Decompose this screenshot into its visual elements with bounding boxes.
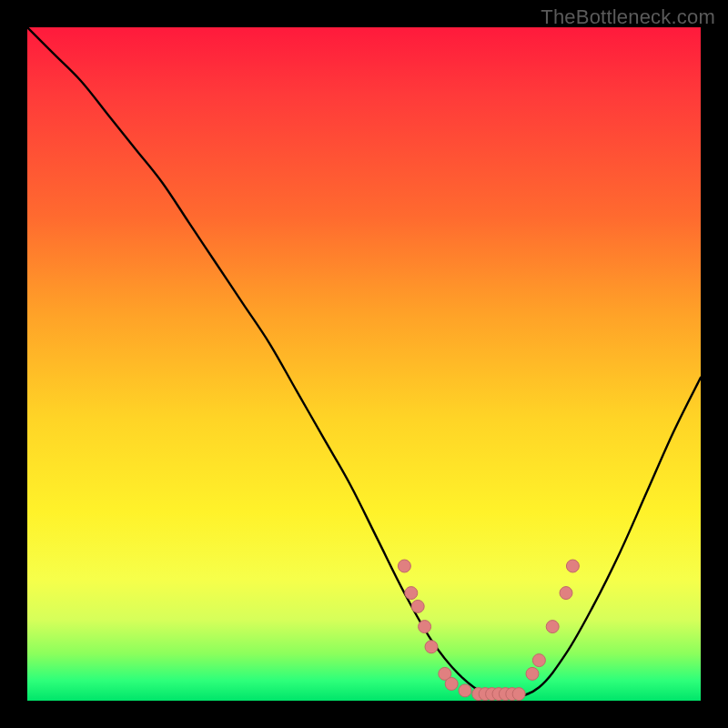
chart-stage: TheBottleneck.com — [0, 0, 728, 728]
curve-marker — [411, 600, 424, 612]
curve-marker — [526, 667, 539, 680]
curve-marker — [398, 560, 410, 572]
curve-marker — [546, 621, 559, 633]
curve-marker — [512, 688, 525, 701]
curve-marker — [566, 560, 579, 572]
curve-marker — [405, 587, 418, 600]
chart-overlay — [27, 27, 701, 701]
watermark-text: TheBottleneck.com — [541, 5, 715, 29]
curve-marker — [560, 587, 572, 600]
curve-marker — [532, 654, 545, 667]
curve-markers — [398, 560, 579, 701]
curve-marker — [425, 641, 438, 653]
plot-area — [27, 27, 701, 701]
curve-marker — [459, 684, 471, 697]
bottleneck-curve — [27, 27, 701, 698]
curve-marker — [419, 621, 431, 633]
curve-marker — [445, 678, 458, 691]
